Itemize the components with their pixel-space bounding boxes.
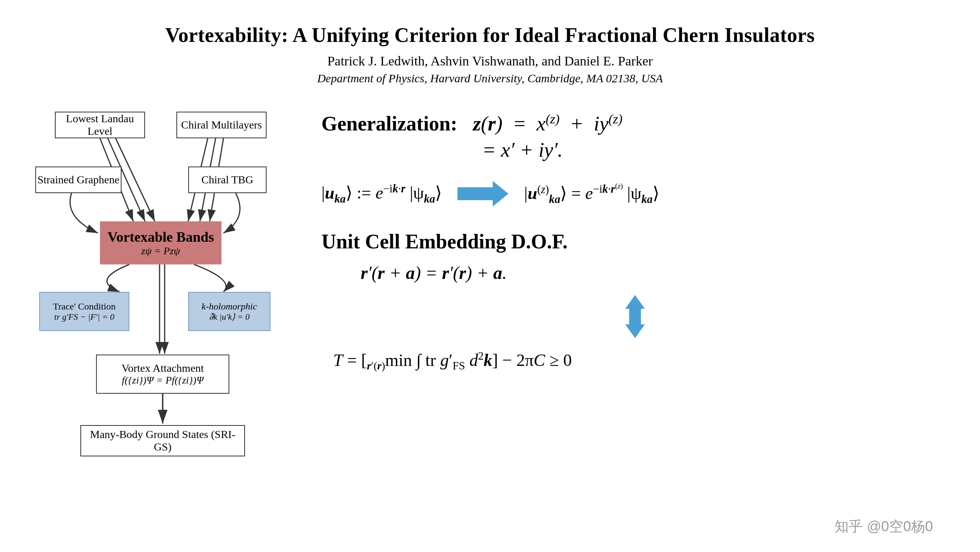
box-vortexable-bands: Vortexable Bands zψ = Pzψ xyxy=(100,221,221,264)
box-vortex-attachment: Vortex Attachment f({zi})Ψ = Pf({zi})Ψ xyxy=(96,355,229,394)
transform-arrow xyxy=(457,181,508,206)
main-title: Vortexability: A Unifying Criterion for … xyxy=(165,24,815,47)
arrows-svg xyxy=(31,112,298,464)
flow-diagram: Lowest Landau Level Chiral Multilayers S… xyxy=(31,112,298,464)
svg-marker-15 xyxy=(625,309,645,338)
svg-marker-13 xyxy=(457,181,508,206)
box-ctbg: Chiral TBG xyxy=(188,167,267,193)
box-sg: Strained Graphene xyxy=(35,167,122,193)
box-k-holomorphic: k-holomorphic ∂̄k |u′k⟩ = 0 xyxy=(188,292,270,331)
box-many-body-ground-states: Many-Body Ground States (SRI-GS) xyxy=(80,425,245,456)
authors: Patrick J. Ledwith, Ashvin Vishwanath, a… xyxy=(165,54,815,69)
title-section: Vortexability: A Unifying Criterion for … xyxy=(165,24,815,85)
gen-formula: z(r) = x(z) + iy(z) xyxy=(463,112,622,135)
vertical-arrow-container xyxy=(321,295,949,338)
unit-cell-title: Unit Cell Embedding D.O.F. xyxy=(321,230,949,253)
right-panel: Generalization: z(r) = x(z) + iy(z) = x′… xyxy=(321,112,949,536)
vertical-double-arrow xyxy=(619,295,651,338)
gen-label: Generalization: xyxy=(321,112,457,135)
box-trace-condition: Trace' Condition tr g′FS − |F′| = 0 xyxy=(39,292,129,331)
affiliation: Department of Physics, Harvard Universit… xyxy=(165,72,815,85)
box-cm: Chiral Multilayers xyxy=(176,112,267,138)
t-inequality: T = [r′(r)min ∫ tr g′FS d2k] − 2πC ≥ 0 xyxy=(321,350,949,372)
gen-line1: Generalization: z(r) = x(z) + iy(z) xyxy=(321,112,949,135)
page-container: Vortexability: A Unifying Criterion for … xyxy=(0,0,980,552)
watermark: 知乎 @0空0杨0 xyxy=(835,517,933,536)
transform-lhs: |uka⟩ := e−ik·r |ψka⟩ xyxy=(321,183,442,205)
transform-rhs: |u(z)ka⟩ = e−ik·r(z) |ψka⟩ xyxy=(524,182,659,206)
gen-line2: = x′ + iy′. xyxy=(321,138,949,161)
box-lll: Lowest Landau Level xyxy=(55,112,145,138)
unit-cell-eq: r′(r + a) = r′(r) + a. xyxy=(321,262,949,283)
unit-cell-section: Unit Cell Embedding D.O.F. r′(r + a) = r… xyxy=(321,230,949,372)
generalization-section: Generalization: z(r) = x(z) + iy(z) = x′… xyxy=(321,112,949,161)
left-panel: Lowest Landau Level Chiral Multilayers S… xyxy=(31,112,298,536)
transform-section: |uka⟩ := e−ik·r |ψka⟩ |u(z)ka⟩ = e−ik·r(… xyxy=(321,181,949,206)
svg-line-4 xyxy=(116,138,155,221)
content-area: Lowest Landau Level Chiral Multilayers S… xyxy=(31,112,949,536)
